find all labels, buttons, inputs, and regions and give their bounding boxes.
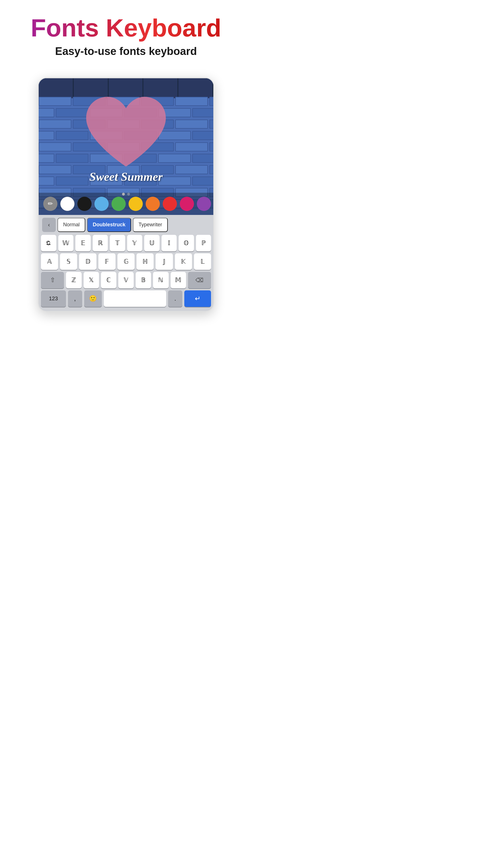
key-z[interactable]: ℤ (66, 272, 82, 289)
color-blue[interactable] (94, 197, 109, 211)
shift-icon: ⇧ (50, 276, 55, 284)
color-red[interactable] (163, 197, 177, 211)
key-p[interactable]: ℙ (196, 235, 211, 251)
key-row-2: 𝔸 𝕊 𝔻 𝔽 𝔾 ℍ 𝕁 𝕂 𝕃 (41, 254, 211, 270)
shift-key[interactable]: ⇧ (41, 272, 64, 289)
font-typewriter-button[interactable]: Typewriter (133, 218, 168, 232)
key-d[interactable]: 𝔻 (79, 254, 96, 270)
font-style-row: ‹ Normal Doublestruck Typewriter (41, 218, 211, 232)
emoji-icon: 🙂 (89, 295, 97, 302)
color-purple[interactable] (197, 197, 211, 211)
key-c[interactable]: ℂ (101, 272, 116, 289)
key-h[interactable]: ℍ (137, 254, 154, 270)
key-i[interactable]: 𝕀 (162, 235, 177, 251)
key-t[interactable]: 𝕋 (110, 235, 125, 251)
color-green[interactable] (111, 197, 126, 211)
color-black[interactable] (77, 197, 92, 211)
key-v[interactable]: 𝕍 (118, 272, 134, 289)
color-yellow[interactable] (129, 197, 143, 211)
color-white[interactable] (60, 197, 74, 211)
key-l[interactable]: 𝕃 (194, 254, 211, 270)
keyboard-area: ‹ Normal Doublestruck Typewriter 𝕼 𝕎 𝔼 ℝ… (39, 215, 213, 311)
backspace-key[interactable]: ⌫ (188, 272, 211, 289)
key-x[interactable]: 𝕏 (84, 272, 99, 289)
color-orange[interactable] (146, 197, 160, 211)
back-button[interactable]: ‹ (42, 218, 56, 232)
key-u[interactable]: 𝕌 (144, 235, 160, 251)
comma-key[interactable]: , (68, 290, 82, 307)
app-title: Fonts Keyboard (11, 14, 241, 42)
key-o[interactable]: 𝕆 (179, 235, 194, 251)
font-normal-button[interactable]: Normal (57, 218, 85, 232)
image-overlay-text: Sweet Summer (89, 170, 163, 184)
key-f[interactable]: 𝔽 (98, 254, 115, 270)
key-row-3: ⇧ ℤ 𝕏 ℂ 𝕍 𝔹 ℕ 𝕄 ⌫ (41, 272, 211, 289)
app-subtitle: Easy-to-use fonts keyboard (11, 45, 241, 57)
backspace-icon: ⌫ (195, 277, 203, 283)
image-area: Sweet Summer ✏ (39, 78, 213, 215)
key-y[interactable]: 𝕐 (127, 235, 143, 251)
enter-icon: ↵ (195, 295, 200, 302)
key-m[interactable]: 𝕄 (170, 272, 186, 289)
key-row-1: 𝕼 𝕎 𝔼 ℝ 𝕋 𝕐 𝕌 𝕀 𝕆 ℙ (41, 235, 211, 251)
key-s[interactable]: 𝕊 (60, 254, 77, 270)
color-picker-button[interactable]: ✏ (43, 197, 57, 211)
key-row-bottom: 123 , 🙂 . ↵ (41, 290, 211, 307)
heart-graphic (80, 92, 172, 178)
key-r[interactable]: ℝ (93, 235, 108, 251)
font-doublestruck-button[interactable]: Doublestruck (87, 218, 131, 232)
period-key[interactable]: . (168, 290, 182, 307)
key-a[interactable]: 𝔸 (41, 254, 58, 270)
emoji-key[interactable]: 🙂 (84, 290, 102, 307)
key-n[interactable]: ℕ (153, 272, 168, 289)
app-header: Fonts Keyboard Easy-to-use fonts keyboar… (0, 0, 252, 72)
key-g[interactable]: 𝔾 (118, 254, 134, 270)
phone-mockup: Sweet Summer ✏ ‹ Normal Double (38, 77, 214, 312)
key-e[interactable]: 𝔼 (75, 235, 91, 251)
key-w[interactable]: 𝕎 (58, 235, 74, 251)
space-key[interactable] (104, 290, 166, 307)
key-j[interactable]: 𝕁 (156, 254, 173, 270)
color-pink[interactable] (180, 197, 194, 211)
back-icon: ‹ (48, 222, 50, 228)
enter-key[interactable]: ↵ (184, 290, 211, 307)
key-q[interactable]: 𝕼 (41, 235, 56, 251)
key-b[interactable]: 𝔹 (136, 272, 151, 289)
num-key[interactable]: 123 (41, 290, 66, 307)
key-k[interactable]: 𝕂 (175, 254, 192, 270)
color-palette: ✏ (39, 193, 213, 215)
